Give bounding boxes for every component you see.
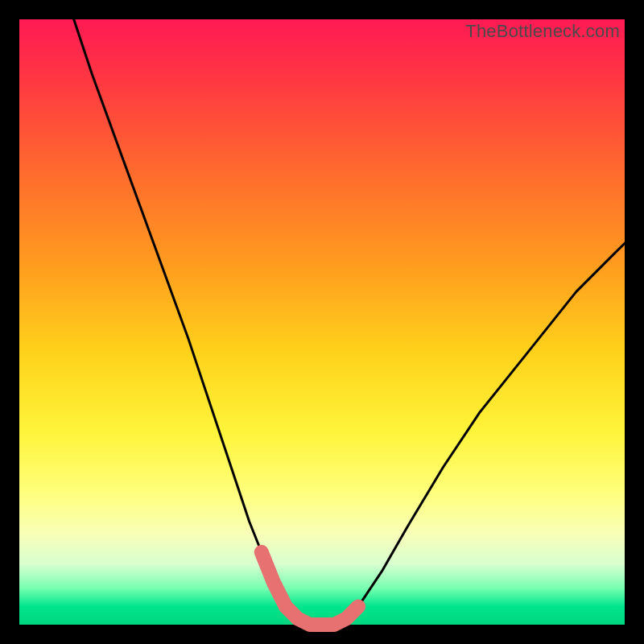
chart-svg <box>19 19 625 625</box>
chart-frame: TheBottleneck.com <box>19 19 625 625</box>
chart-highlight-segment <box>262 552 358 625</box>
watermark-text: TheBottleneck.com <box>465 21 620 42</box>
chart-curve <box>74 19 625 625</box>
